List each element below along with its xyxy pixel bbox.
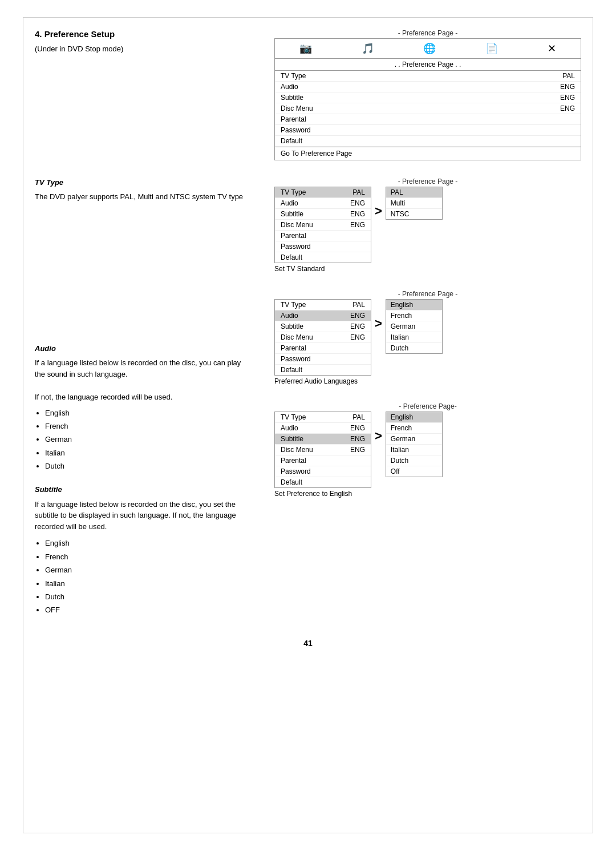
pref4-left-panel: TV TypePAL AudioENG SubtitleENG Disc Men… (274, 412, 371, 488)
table-row: French (386, 423, 442, 434)
table-row: TV TypePAL (275, 187, 371, 198)
arrow-icon: > (371, 187, 386, 219)
list-item: Italian (45, 446, 252, 459)
audio-lang-list: English French German Italian Dutch (45, 406, 252, 473)
table-row: SubtitleENG (275, 321, 371, 332)
pref3-right-panel: English French German Italian Dutch (386, 299, 443, 354)
pref-diagram-1: - Preference Page - 📷 🎵 🌐 📄 ✕ . . Prefer… (274, 29, 581, 160)
table-row: Default (275, 136, 581, 147)
table-row: Parental (275, 231, 371, 241)
pref2-panels: TV TypePAL AudioENG SubtitleENG Disc Men… (274, 187, 581, 263)
list-item: Italian (45, 577, 252, 590)
pref3-panels: TV TypePAL AudioENG SubtitleENG Disc Men… (274, 299, 581, 376)
pref3-left-panel: TV TypePAL AudioENG SubtitleENG Disc Men… (274, 299, 371, 376)
pref3-top-label: - Preference Page - (274, 290, 581, 298)
list-item: Dutch (45, 459, 252, 473)
table-row: Dutch (386, 343, 442, 353)
camera-icon: 📷 (299, 42, 312, 55)
table-row: TV TypePAL (275, 71, 581, 82)
tv-type-desc: The DVD palyer supports PAL, Multi and N… (35, 191, 252, 203)
table-row: Parental (275, 343, 371, 354)
globe-icon: 🌐 (423, 42, 436, 55)
table-row: Dutch (386, 455, 442, 466)
table-row: Default (275, 477, 371, 487)
pref2-caption: Set TV Standard (274, 265, 581, 273)
tv-type-heading: TV Type (35, 177, 252, 188)
page-container: 4. Preference Setup (Under in DVD Stop m… (23, 17, 593, 833)
table-row: PAL (386, 187, 442, 198)
list-item: French (45, 420, 252, 433)
table-row: SubtitleENG (275, 209, 371, 220)
table-row: Disc MenuENG (275, 445, 371, 455)
close-icon: ✕ (548, 42, 556, 55)
table-row: Password (275, 354, 371, 365)
table-row: AudioENG (275, 82, 581, 92)
list-item: Dutch (45, 590, 252, 603)
table-row: SubtitleENG (275, 92, 581, 103)
table-row: TV TypePAL (275, 412, 371, 423)
table-row: Parental (275, 455, 371, 466)
table-row: Password (275, 466, 371, 477)
table-row: Disc MenuENG (275, 103, 581, 114)
pref4-caption: Set Preference to English (274, 490, 581, 498)
pref4-top-label: - Preference Page- (274, 402, 581, 410)
pref1-inner-label: . . Preference Page . . (275, 59, 581, 71)
subtitle-desc1: If a language listed below is recorded o… (35, 499, 252, 533)
table-row: SubtitleENG (275, 434, 371, 445)
list-item: German (45, 433, 252, 446)
table-row: German (386, 434, 442, 445)
table-row: Multi (386, 198, 442, 209)
pref4-right-panel: English French German Italian Dutch Off (386, 412, 443, 477)
left-column: 4. Preference Setup (Under in DVD Stop m… (35, 29, 252, 622)
table-row: Parental (275, 114, 581, 125)
pref-diagram-2: - Preference Page - TV TypePAL AudioENG … (274, 178, 581, 273)
list-item: German (45, 563, 252, 576)
table-row: Default (275, 365, 371, 375)
subtitle-lang-list: English French German Italian Dutch OFF (45, 537, 252, 616)
audio-icon: 🎵 (362, 42, 374, 55)
doc-icon: 📄 (485, 42, 498, 55)
table-row: Default (275, 252, 371, 263)
pref2-left-panel: TV TypePAL AudioENG SubtitleENG Disc Men… (274, 187, 371, 263)
list-item: English (45, 537, 252, 550)
table-row: Disc MenuENG (275, 332, 371, 343)
audio-heading: Audio (35, 343, 252, 354)
pref2-top-label: - Preference Page - (274, 178, 581, 185)
list-item: English (45, 406, 252, 420)
table-row: Italian (386, 445, 442, 455)
table-row: NTSC (386, 209, 442, 219)
table-row: German (386, 321, 442, 332)
table-row: French (386, 310, 442, 321)
pref4-panels: TV TypePAL AudioENG SubtitleENG Disc Men… (274, 412, 581, 488)
right-column: - Preference Page - 📷 🎵 🌐 📄 ✕ . . Prefer… (274, 29, 581, 622)
dvd-mode-note: (Under in DVD Stop mode) (35, 43, 252, 55)
table-row: Disc MenuENG (275, 220, 371, 231)
pref-diagram-3: - Preference Page - TV TypePAL AudioENG … (274, 290, 581, 385)
pref1-inner: 📷 🎵 🌐 📄 ✕ . . Preference Page . . TV Typ… (274, 38, 581, 160)
table-row: Password (275, 241, 371, 252)
table-row: Off (386, 466, 442, 477)
arrow-icon: > (371, 412, 386, 443)
list-item: French (45, 550, 252, 563)
table-row: Password (275, 125, 581, 136)
pref3-caption: Preferred Audio Languages (274, 377, 581, 385)
table-row: Italian (386, 332, 442, 343)
arrow-icon: > (371, 299, 386, 331)
page-title: 4. Preference Setup (35, 29, 252, 39)
audio-desc2: If not, the language recorded will be us… (35, 392, 252, 403)
audio-desc1: If a language listed below is recorded o… (35, 357, 252, 380)
table-row: AudioENG (275, 423, 371, 434)
table-row: English (386, 300, 442, 310)
pref1-top-label: - Preference Page - (274, 29, 581, 37)
table-row: AudioENG (275, 310, 371, 321)
table-row: TV TypePAL (275, 300, 371, 310)
pref1-goto: Go To Preference Page (275, 147, 581, 160)
pref-diagram-4: - Preference Page- TV TypePAL AudioENG S… (274, 402, 581, 498)
pref2-right-panel: PAL Multi NTSC (386, 187, 443, 220)
list-item: OFF (45, 603, 252, 616)
subtitle-heading: Subtitle (35, 484, 252, 495)
table-row: English (386, 412, 442, 423)
table-row: AudioENG (275, 198, 371, 209)
pref1-icon-row: 📷 🎵 🌐 📄 ✕ (275, 39, 581, 59)
page-number: 41 (35, 639, 581, 648)
